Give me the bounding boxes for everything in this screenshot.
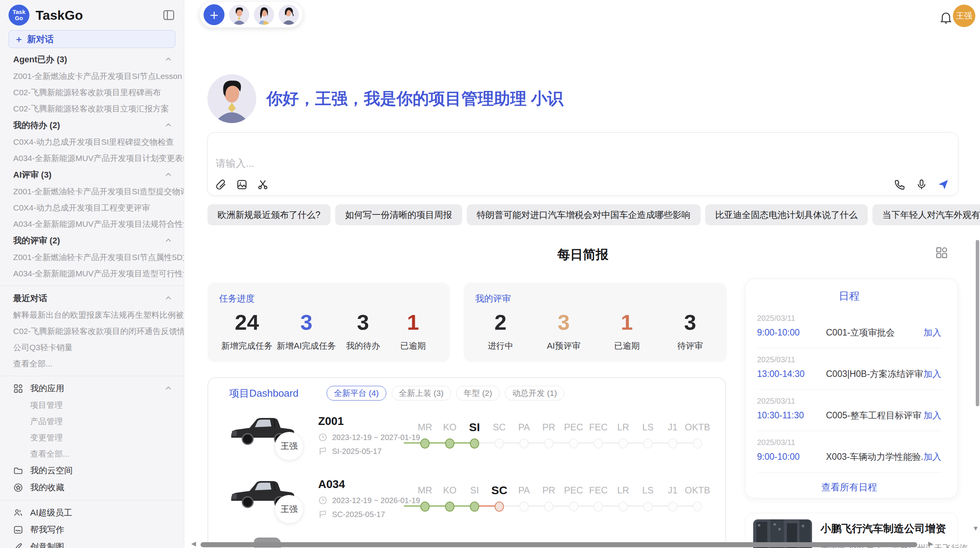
- chevron-up-icon[interactable]: [164, 56, 172, 63]
- milestone-dot: [445, 438, 454, 449]
- project-dates: 2023-12-19 ~ 2027-01-19: [318, 433, 420, 442]
- recent-chat-item[interactable]: C02-飞腾新能源轻客改款项目的闭环通告反馈情况: [0, 323, 184, 339]
- sidebar-item-cloud-space[interactable]: 我的云空间: [0, 462, 184, 479]
- suggestion-chip[interactable]: 欧洲新规最近颁布了什么?: [207, 204, 331, 225]
- milestone-dot: [569, 438, 578, 449]
- horizontal-scrollbar-right-arrow[interactable]: ▶: [928, 540, 933, 547]
- chevron-up-icon[interactable]: [164, 171, 172, 179]
- recent-chat-item[interactable]: 解释最新出台的欧盟报废车法规再生塑料比例被调至15%...: [0, 307, 184, 323]
- image-icon[interactable]: [236, 178, 248, 191]
- milestone-dot: [643, 502, 653, 512]
- section-ai-review[interactable]: AI评审 (3): [0, 166, 184, 183]
- event-date: 2025/03/11: [757, 438, 941, 447]
- milestone-dot: [594, 502, 603, 512]
- view-all-schedule-link[interactable]: 查看所有日程: [757, 473, 941, 502]
- chevron-up-icon[interactable]: [164, 295, 172, 302]
- dashboard-header: 项目Dashboard 全新平台 (4) 全新上装 (3) 年型 (2) 动总开…: [208, 386, 725, 401]
- chevron-up-icon[interactable]: [164, 385, 172, 392]
- filter-new-body[interactable]: 全新上装 (3): [392, 386, 451, 401]
- milestone-dot: [470, 438, 479, 449]
- event-join-link[interactable]: 加入: [923, 327, 941, 339]
- attachment-icon[interactable]: [215, 178, 227, 191]
- phone-icon[interactable]: [894, 178, 906, 191]
- filter-model-year[interactable]: 年型 (2): [456, 386, 500, 401]
- event-name: C001-立项审批会: [826, 327, 923, 339]
- project-code[interactable]: A034: [318, 478, 345, 491]
- sidebar-item-favorites[interactable]: 我的收藏: [0, 479, 184, 496]
- milestone-dot: [668, 438, 677, 449]
- task-progress-stats: 24 新增完成任务 3 新增AI完成任务 3 我的待办 1 已逾期: [219, 310, 438, 352]
- app-item-product-mgmt[interactable]: 产品管理: [0, 413, 184, 430]
- sidebar-item[interactable]: C02-飞腾新能源轻客改款项目立项汇报方案: [0, 101, 184, 117]
- user-avatar[interactable]: 王强: [953, 5, 975, 27]
- sidebar-item[interactable]: Z001-全新燃油皮卡产品开发项目SI节点Lesson Learn报告: [0, 68, 184, 84]
- section-my-review[interactable]: 我的评审 (2): [0, 232, 184, 249]
- stat-value: 2: [478, 310, 523, 335]
- chevron-up-icon[interactable]: [164, 122, 172, 129]
- calendar-event: 2025/03/11 9:00-10:00 C001-立项审批会 加入: [757, 307, 941, 348]
- logo-text-bottom: Go: [15, 15, 23, 21]
- microphone-icon[interactable]: [915, 178, 928, 191]
- filter-new-platform[interactable]: 全新平台 (4): [327, 386, 386, 401]
- notifications-bell-icon[interactable]: [939, 10, 953, 25]
- sidebar-collapse-icon[interactable]: [162, 9, 175, 22]
- sidebar-nav: Agent已办 (3) Z001-全新燃油皮卡产品开发项目SI节点Lesson …: [0, 48, 184, 548]
- agent-avatar-3[interactable]: [279, 5, 299, 25]
- vertical-scrollbar-thumb[interactable]: [976, 240, 979, 406]
- add-agent-button[interactable]: ＋: [204, 4, 224, 25]
- section-my-todo[interactable]: 我的待办 (2): [0, 117, 184, 134]
- quick-access-bar: ＋: [200, 2, 303, 27]
- filter-powertrain[interactable]: 动总开发 (1): [505, 386, 565, 401]
- section-recent-chats[interactable]: 最近对话: [0, 290, 184, 307]
- project-flag-date: SC-2025-05-17: [318, 510, 385, 519]
- recent-chat-item[interactable]: 公司Q3轻卡销量: [0, 339, 184, 356]
- sidebar-item-my-apps[interactable]: 我的应用: [0, 380, 184, 397]
- sidebar-item[interactable]: C0X4-动力总成开发项目工程变更评审: [0, 200, 184, 216]
- event-time: 10:30-11:30: [757, 410, 826, 421]
- section-agent-done[interactable]: Agent已办 (3): [0, 51, 184, 68]
- project-code[interactable]: Z001: [318, 415, 344, 428]
- sidebar-item[interactable]: Z001-全新燃油轻卡产品开发项目SI节点属性5D文件评审: [0, 249, 184, 265]
- section-title: 最近对话: [13, 293, 47, 304]
- layout-grid-icon[interactable]: [935, 246, 948, 259]
- recent-view-all[interactable]: 查看全部...: [0, 356, 184, 372]
- sidebar-item[interactable]: A034-全新新能源MUV产品开发项目法规符合性评审: [0, 216, 184, 232]
- suggestion-chip[interactable]: 比亚迪全固态电池计划具体说了什么: [705, 204, 868, 225]
- event-join-link[interactable]: 加入: [923, 409, 941, 421]
- app-item-project-mgmt[interactable]: 项目管理: [0, 397, 184, 413]
- chevron-up-icon[interactable]: [164, 237, 172, 245]
- milestone-oktb: OKTB: [681, 412, 714, 434]
- sidebar-item[interactable]: A034-全新新能源MUV产品开发项目计划变更表编写: [0, 150, 184, 166]
- app-item-change-mgmt[interactable]: 变更管理: [0, 430, 184, 446]
- send-icon[interactable]: [937, 178, 949, 191]
- sidebar-item[interactable]: C0X4-动力总成开发项目SI里程碑提交物检查: [0, 134, 184, 150]
- cloud-space-icon: [13, 466, 23, 476]
- project-row-a034[interactable]: 王强 A034 2023-12-19 ~ 2026-01-19 SC-2025-…: [208, 475, 725, 539]
- horizontal-scrollbar-left-arrow[interactable]: ◀: [191, 540, 196, 547]
- horizontal-scrollbar-thumb[interactable]: [200, 542, 917, 547]
- sidebar-item-help-write[interactable]: 帮我写作: [0, 521, 184, 538]
- milestone-dot: [420, 438, 430, 449]
- event-join-link[interactable]: 加入: [923, 368, 941, 380]
- agent-avatar-1[interactable]: [229, 5, 249, 25]
- sidebar-item[interactable]: A034-全新新能源MUV产品开发项目造型可行性评审: [0, 265, 184, 282]
- scissors-icon[interactable]: [257, 178, 269, 191]
- suggestion-chip[interactable]: 当下年轻人对汽车外观有怎样的喜好趋势: [872, 204, 980, 225]
- stat-value: 1: [390, 310, 436, 335]
- logo-text-top: Task: [12, 9, 25, 15]
- sidebar-item-creative-draw[interactable]: 创意制图: [0, 538, 184, 548]
- sidebar-item-ai-staff[interactable]: AI超级员工: [0, 504, 184, 521]
- new-chat-button[interactable]: ＋ 新对话: [9, 30, 175, 48]
- event-join-link[interactable]: 加入: [923, 451, 941, 463]
- sidebar-item[interactable]: C02-飞腾新能源轻客改款项目里程碑画布: [0, 84, 184, 101]
- milestone-label: OKTB: [681, 483, 714, 497]
- vertical-scrollbar-down-arrow[interactable]: ▼: [972, 525, 979, 533]
- chat-input-card[interactable]: 请输入...: [207, 132, 958, 196]
- suggestion-chip[interactable]: 特朗普可能对进口汽车增税会对中国车企造成哪些影响: [467, 204, 701, 225]
- apps-view-all[interactable]: 查看全部...: [0, 446, 184, 462]
- sidebar-item[interactable]: Z001-全新燃油轻卡产品开发项目SI造型提交物评审: [0, 183, 184, 200]
- project-row-z001[interactable]: 王强 Z001 2023-12-19 ~ 2027-01-19 SI-2025-…: [208, 412, 725, 476]
- suggestion-chip[interactable]: 如何写一份清晰的项目周报: [335, 204, 462, 225]
- agent-avatar-2[interactable]: [254, 5, 274, 25]
- dashboard-title: 项目Dashboard: [229, 387, 327, 400]
